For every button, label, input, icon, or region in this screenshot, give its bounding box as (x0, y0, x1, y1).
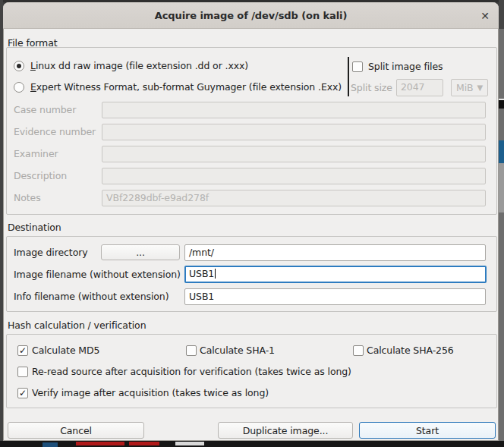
background-bottom-red-text-fragment2 (129, 442, 159, 445)
image-directory-label: Image directory (14, 247, 88, 258)
image-filename-label: Image filename (without extension) (14, 269, 181, 280)
case-number-label: Case number (14, 104, 76, 115)
notes-input: VBf2289dbf-e9ad278f (102, 190, 486, 206)
reread-source-label: Re-read source after acquisition for ver… (32, 366, 351, 377)
split-unit-dropdown: MiB ▼ (451, 79, 488, 96)
browse-directory-button[interactable]: ... (101, 244, 180, 260)
dialog-title: Acquire image of /dev/sdb (on kali) (155, 10, 347, 21)
split-size-input: 2047 (396, 79, 443, 96)
start-button[interactable]: Start (359, 422, 496, 439)
info-filename-input[interactable]: USB1 (184, 288, 486, 305)
split-unit-value: MiB (456, 82, 474, 93)
notes-label: Notes (14, 192, 41, 203)
dialog-titlebar[interactable]: Acquire image of /dev/sdb (on kali) ✕ (3, 2, 499, 29)
verify-image-checkbox[interactable]: ✓ (17, 388, 28, 398)
calculate-sha1-label: Calculate SHA-1 (200, 345, 275, 356)
split-image-files-checkbox[interactable] (352, 61, 363, 72)
evidence-number-label: Evidence number (14, 126, 96, 137)
calculate-sha256-label: Calculate SHA-256 (367, 345, 454, 356)
hash-section-label: Hash calculation / verification (8, 320, 146, 331)
calculate-md5-checkbox[interactable]: ✓ (17, 345, 28, 356)
description-input (102, 168, 486, 184)
radio-selected-dot (17, 64, 21, 68)
case-number-input (102, 102, 486, 118)
info-filename-label: Info filename (without extension) (14, 291, 169, 302)
background-bottom-red-text-fragment (76, 442, 124, 445)
duplicate-image-button[interactable]: Duplicate image... (218, 422, 353, 439)
background-window-bottom-strip (0, 441, 504, 447)
chevron-down-icon: ▼ (477, 83, 483, 92)
image-directory-input[interactable]: /mnt/ (184, 244, 486, 261)
examiner-input (102, 146, 486, 162)
calculate-sha1-checkbox[interactable] (186, 345, 197, 356)
verify-image-label: Verify image after acquisition (takes tw… (32, 387, 269, 398)
split-size-label: Split size (351, 82, 392, 93)
background-bottom-white-fragment (175, 442, 204, 445)
radio-linux-dd[interactable] (14, 61, 24, 71)
cancel-button[interactable]: Cancel (8, 422, 144, 439)
acquire-image-dialog: Acquire image of /dev/sdb (on kali) ✕ Fi… (3, 2, 499, 441)
calculate-md5-label: Calculate MD5 (32, 345, 99, 356)
background-right-row (499, 99, 504, 109)
examiner-label: Examiner (14, 148, 58, 159)
description-label: Description (14, 170, 67, 181)
split-image-files-label: Split image files (368, 61, 443, 72)
reread-source-checkbox[interactable] (17, 367, 28, 377)
radio-linux-dd-label[interactable]: Linux dd raw image (file extension .dd o… (30, 60, 248, 71)
file-format-separator (348, 57, 349, 96)
evidence-number-input (102, 124, 486, 140)
radio-ewf[interactable] (14, 82, 24, 93)
background-right-light (499, 163, 504, 212)
background-right-selected-row (499, 140, 504, 163)
background-window-right-edge (499, 0, 504, 447)
destination-section-label: Destination (8, 222, 61, 233)
image-filename-input[interactable]: USB1 (184, 266, 487, 283)
radio-ewf-label[interactable]: Expert Witness Format, sub-format Guymag… (30, 81, 342, 93)
text-caret (215, 269, 216, 279)
close-icon[interactable]: ✕ (477, 8, 493, 24)
calculate-sha256-checkbox[interactable] (353, 345, 364, 356)
background-bottom-blue-fragment (43, 442, 58, 447)
background-right-dark (499, 0, 504, 29)
